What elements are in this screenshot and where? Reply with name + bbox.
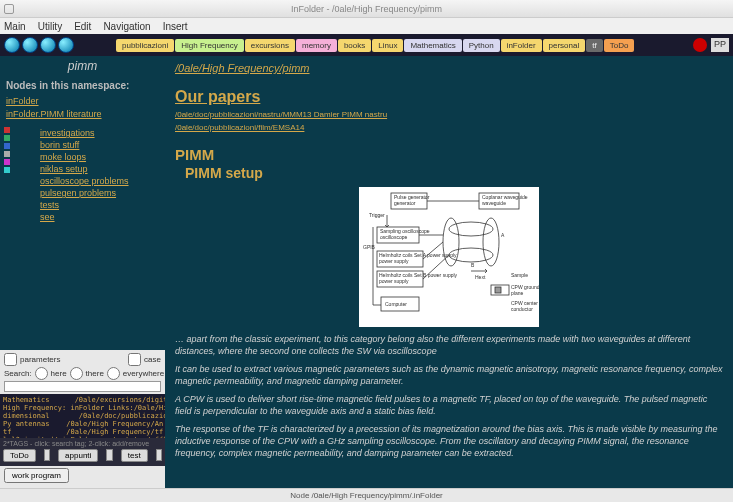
color-swatch[interactable]	[4, 135, 10, 141]
menu-utility[interactable]: Utility	[38, 21, 62, 32]
params-label: parameters	[20, 355, 60, 364]
node-link[interactable]: see	[40, 211, 129, 223]
ns-link[interactable]: inFolder	[6, 95, 159, 108]
tag-panel: 2*TAGS - click: search tag; 2-click: add…	[0, 438, 165, 466]
heading-pimm: PIMM	[175, 146, 723, 163]
tag-tab[interactable]: Python	[463, 39, 500, 52]
work-program-button[interactable]: work program	[4, 468, 69, 483]
node-link[interactable]: tests	[40, 199, 129, 211]
tag-tab[interactable]: ToDo	[604, 39, 635, 52]
sidebar: pimm Nodes in this namespace: inFolder i…	[0, 56, 165, 502]
params-panel: parameters case Search: here there every…	[0, 350, 165, 394]
svg-text:A: A	[501, 232, 505, 238]
paragraph: … apart from the classic experiment, to …	[175, 333, 723, 357]
globe-icon[interactable]	[22, 37, 38, 53]
svg-text:oscilloscope: oscilloscope	[380, 234, 407, 240]
results-area[interactable]: Mathematics /0ale/excursions/digit High …	[0, 394, 165, 438]
window-menu-icon[interactable]	[4, 4, 14, 14]
window-title: InFolder - /0ale/High Frequency/pimm	[291, 4, 442, 14]
color-swatch[interactable]	[4, 151, 10, 157]
svg-text:GPIB: GPIB	[363, 244, 376, 250]
paper-link[interactable]: /0ale/doc/pubblicazioni/film/EMSA14	[175, 123, 723, 132]
tag-tab[interactable]: Linux	[372, 39, 403, 52]
node-link[interactable]: borin stuff	[40, 139, 129, 151]
tag-tab[interactable]: inFolder	[501, 39, 542, 52]
work-program-row: work program	[0, 466, 165, 485]
node-link[interactable]: investigations	[40, 127, 129, 139]
paragraph: It can be used to extract various magnet…	[175, 363, 723, 387]
menu-navigation[interactable]: Navigation	[103, 21, 150, 32]
scope-everywhere[interactable]	[107, 367, 120, 380]
color-swatch[interactable]	[4, 167, 10, 173]
svg-text:Computer: Computer	[385, 301, 407, 307]
svg-text:plane: plane	[511, 290, 523, 296]
svg-point-22	[449, 222, 493, 236]
dropdown-icon[interactable]	[106, 449, 112, 461]
svg-point-21	[483, 218, 499, 266]
svg-text:B: B	[471, 262, 475, 268]
globe-icon[interactable]	[58, 37, 74, 53]
node-link[interactable]: pulsegen problems	[40, 187, 129, 199]
heading-pimm-setup: PIMM setup	[185, 165, 723, 181]
svg-text:Trigger: Trigger	[369, 212, 385, 218]
paragraph: A CPW is used to deliver short rise-time…	[175, 393, 723, 417]
menu-main[interactable]: Main	[4, 21, 26, 32]
statusbar: Node /0ale/High Frequency/pimm/.inFolder	[0, 488, 733, 502]
tag-tab[interactable]: memory	[296, 39, 337, 52]
tag-tab[interactable]: excursions	[245, 39, 295, 52]
color-column	[4, 127, 12, 223]
breadcrumb[interactable]: /0ale/High Frequency/pimm	[175, 62, 310, 74]
node-list: investigationsborin stuffmoke loopsnikla…	[40, 127, 129, 223]
color-swatch[interactable]	[4, 127, 10, 133]
paragraph: The response of the TF is characterized …	[175, 423, 723, 459]
ns-link[interactable]: inFolder.PIMM literature	[6, 108, 159, 121]
menu-insert[interactable]: Insert	[163, 21, 188, 32]
paper-link[interactable]: /0ale/doc/pubblicazioni/nastru/MMM13 Dam…	[175, 110, 723, 119]
tag-tab[interactable]: High Frequency	[175, 39, 243, 52]
svg-text:power supply: power supply	[379, 258, 409, 264]
globe-icon[interactable]	[4, 37, 20, 53]
menubar: Main Utility Edit Navigation Insert	[0, 18, 733, 34]
svg-text:Hext: Hext	[475, 274, 486, 280]
case-check[interactable]	[128, 353, 141, 366]
node-link[interactable]: niklas setup	[40, 163, 129, 175]
scope-here[interactable]	[35, 367, 48, 380]
tag-appunti[interactable]: appunti	[58, 449, 98, 462]
tag-tab[interactable]: personal	[543, 39, 586, 52]
params-check[interactable]	[4, 353, 17, 366]
tag-tab[interactable]: books	[338, 39, 371, 52]
svg-rect-33	[495, 287, 501, 293]
heading-our-papers: Our papers	[175, 88, 723, 106]
pp-button[interactable]: PP	[711, 38, 729, 52]
toolbar: pubblicazioniHigh Frequencyexcursionsmem…	[0, 34, 733, 56]
ns-header: Nodes in this namespace:	[0, 76, 165, 95]
svg-text:conductor: conductor	[511, 306, 533, 312]
svg-text:waveguide: waveguide	[482, 200, 506, 206]
svg-text:generator: generator	[394, 200, 416, 206]
globe-icon[interactable]	[40, 37, 56, 53]
stop-icon[interactable]	[693, 38, 707, 52]
dropdown-icon[interactable]	[44, 449, 50, 461]
node-link[interactable]: oscilloscope problems	[40, 175, 129, 187]
color-swatch[interactable]	[4, 143, 10, 149]
svg-text:Sample: Sample	[511, 272, 528, 278]
tag-tab[interactable]: pubblicazioni	[116, 39, 174, 52]
svg-text:power supply: power supply	[379, 278, 409, 284]
titlebar: InFolder - /0ale/High Frequency/pimm	[0, 0, 733, 18]
tag-test[interactable]: test	[121, 449, 148, 462]
color-swatch[interactable]	[4, 159, 10, 165]
tag-tab[interactable]: tf	[586, 39, 602, 52]
content-pane[interactable]: /0ale/High Frequency/pimm Our papers /0a…	[165, 56, 733, 502]
menu-edit[interactable]: Edit	[74, 21, 91, 32]
tag-tab[interactable]: Mathematics	[404, 39, 461, 52]
tag-tabs: pubblicazioniHigh Frequencyexcursionsmem…	[116, 39, 634, 52]
case-label: case	[144, 355, 161, 364]
dropdown-icon[interactable]	[156, 449, 162, 461]
pimm-diagram: Pulse generatorgenerator Coplanar wavegu…	[359, 187, 539, 327]
tag-todo[interactable]: ToDo	[3, 449, 36, 462]
tag-hint: 2*TAGS - click: search tag; 2-click: add…	[3, 440, 162, 447]
search-input[interactable]	[4, 381, 161, 392]
sidebar-title: pimm	[0, 56, 165, 76]
node-link[interactable]: moke loops	[40, 151, 129, 163]
scope-there[interactable]	[70, 367, 83, 380]
